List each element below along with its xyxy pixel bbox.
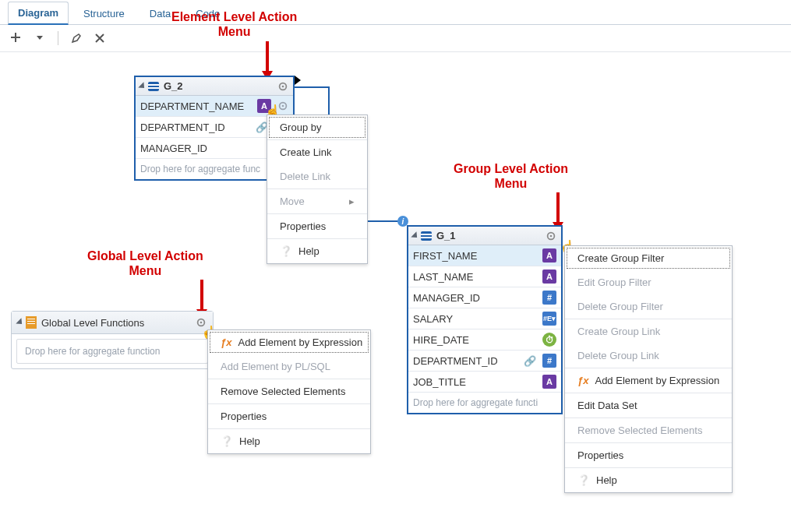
global-header[interactable]: Global Level Functions: [12, 312, 213, 334]
menu-add-element-expression[interactable]: ƒxAdd Element by Expression: [565, 368, 732, 393]
menu-add-element-plsql[interactable]: Add Element by PL/SQL: [208, 354, 370, 379]
menu-help[interactable]: ❔Help: [267, 239, 367, 263]
group-g2-header[interactable]: G_2: [136, 77, 293, 96]
type-badge-alpha: A: [542, 375, 556, 389]
menu-create-group-link[interactable]: Create Group Link: [565, 319, 732, 344]
field-name: JOB_TITLE: [413, 376, 539, 388]
svg-point-7: [200, 322, 203, 324]
gear-icon[interactable]: [546, 231, 556, 241]
aggregate-drop[interactable]: Drop here for aggregate function: [16, 339, 208, 364]
collapse-icon[interactable]: [411, 231, 419, 240]
field-row[interactable]: LAST_NAMEA: [408, 266, 561, 287]
output-arrow-icon: [295, 76, 301, 85]
field-name: MANAGER_ID: [413, 292, 539, 304]
delete-button[interactable]: [91, 30, 108, 47]
field-name: HIRE_DATE: [413, 334, 539, 346]
field-name: FIRST_NAME: [413, 250, 539, 262]
global-functions[interactable]: Global Level Functions Drop here for agg…: [11, 311, 214, 369]
document-icon: [26, 316, 37, 329]
menu-help[interactable]: ❔Help: [565, 468, 732, 492]
type-badge-alpha: A: [542, 248, 556, 262]
link-icon: 🔗: [524, 355, 536, 367]
menu-add-element-expression[interactable]: ƒxAdd Element by Expression: [208, 330, 370, 354]
menu-move[interactable]: Move▸: [267, 189, 367, 213]
diagram-canvas[interactable]: Element Level ActionMenu Group Level Act…: [0, 52, 791, 532]
menu-create-group-filter[interactable]: Create Group Filter: [565, 246, 732, 270]
fx-icon: ƒx: [221, 336, 231, 348]
help-icon: ❔: [221, 435, 233, 447]
arrow-element: [262, 41, 273, 80]
field-name: SALARY: [413, 313, 539, 325]
element-level-menu: Group by Create Link Delete Link Move▸ P…: [267, 115, 368, 264]
field-row[interactable]: HIRE_DATE⏱: [408, 329, 561, 351]
menu-remove-selected[interactable]: Remove Selected Elements: [565, 418, 732, 442]
collapse-icon[interactable]: [138, 82, 147, 90]
tab-structure[interactable]: Structure: [73, 2, 135, 24]
annotation-element: Element Level ActionMenu: [171, 9, 297, 39]
add-dropdown[interactable]: [31, 30, 48, 47]
menu-help[interactable]: ❔Help: [208, 429, 370, 453]
menu-properties[interactable]: Properties: [267, 214, 367, 238]
field-name: DEPARTMENT_ID: [140, 122, 252, 133]
fx-icon: ƒx: [577, 375, 588, 386]
group-g1-title: G_1: [436, 230, 456, 241]
tab-bar: Diagram Structure Data Code: [0, 0, 791, 25]
menu-delete-group-link[interactable]: Delete Group Link: [565, 344, 732, 368]
type-badge-alpha: A: [542, 270, 556, 284]
field-row[interactable]: SALARY#E▾: [408, 308, 561, 329]
field-name: LAST_NAME: [413, 271, 539, 283]
add-button[interactable]: [8, 30, 25, 47]
diagram-toolbar: [0, 25, 791, 52]
field-row[interactable]: DEPARTMENT_ID🔗#: [408, 351, 561, 372]
gear-icon[interactable]: [277, 81, 288, 92]
menu-properties[interactable]: Properties: [208, 404, 370, 428]
type-badge-number: #: [542, 354, 556, 368]
global-title: Global Level Functions: [41, 317, 144, 329]
help-icon: ❔: [280, 245, 292, 257]
connector: [295, 86, 330, 88]
menu-delete-group-filter[interactable]: Delete Group Filter: [565, 294, 732, 319]
menu-delete-link[interactable]: Delete Link: [267, 164, 367, 188]
svg-point-5: [550, 234, 553, 237]
tab-diagram[interactable]: Diagram: [8, 2, 69, 25]
collapse-icon[interactable]: [16, 318, 24, 326]
menu-edit-data-set[interactable]: Edit Data Set: [565, 393, 732, 417]
type-badge-date: ⏱: [542, 333, 556, 347]
menu-properties[interactable]: Properties: [565, 443, 732, 467]
aggregate-drop[interactable]: Drop here for aggregate functi: [408, 393, 561, 413]
field-row[interactable]: JOB_TITLEA: [408, 372, 561, 393]
group-level-menu: Create Group Filter Edit Group Filter De…: [564, 245, 733, 493]
help-icon: ❔: [577, 474, 590, 486]
menu-remove-selected[interactable]: Remove Selected Elements: [208, 379, 370, 403]
global-level-menu: ƒxAdd Element by Expression Add Element …: [207, 329, 371, 454]
group-g1[interactable]: G_1 FIRST_NAMEA LAST_NAMEA MANAGER_ID# S…: [407, 225, 563, 414]
group-g1-header[interactable]: G_1: [408, 227, 561, 245]
menu-create-link[interactable]: Create Link: [267, 140, 367, 164]
dataset-icon: [421, 231, 432, 241]
dataset-icon: [148, 82, 159, 91]
annotation-global: Global Level ActionMenu: [87, 248, 203, 278]
type-badge-currency: #E▾: [542, 312, 556, 326]
menu-group-by[interactable]: Group by: [267, 115, 367, 139]
svg-point-3: [282, 105, 284, 107]
svg-point-1: [282, 85, 284, 87]
field-row[interactable]: MANAGER_ID#: [408, 287, 561, 308]
field-name: DEPARTMENT_ID: [413, 355, 521, 367]
field-row[interactable]: FIRST_NAMEA: [408, 245, 561, 266]
type-badge-number: #: [542, 291, 556, 305]
field-name: MANAGER_ID: [140, 143, 271, 154]
separator: [58, 31, 58, 45]
group-g2-title: G_2: [164, 80, 183, 92]
field-name: DEPARTMENT_NAME: [140, 100, 254, 112]
menu-edit-group-filter[interactable]: Edit Group Filter: [565, 270, 732, 294]
annotation-group: Group Level ActionMenu: [454, 161, 568, 191]
edit-button[interactable]: [68, 30, 85, 47]
